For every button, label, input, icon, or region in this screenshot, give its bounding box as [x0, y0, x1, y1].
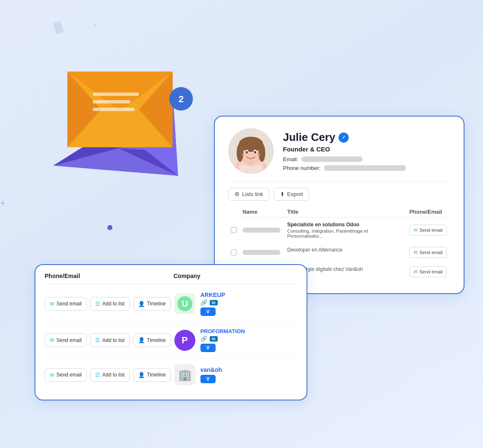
avatar [228, 128, 274, 174]
timeline-btn-row1[interactable]: 👤 Timeline [133, 297, 171, 311]
proformation-info: PROFORMATION 🔗 in V [200, 328, 245, 352]
send-email-btn-row1[interactable]: ✉ Send email [45, 297, 87, 311]
vanoh-name: van&oh [200, 366, 222, 373]
send-email-label-r2: Send email [56, 337, 82, 343]
arkeup-visit-btn[interactable]: V [200, 308, 216, 316]
proformation-visit-btn[interactable]: V [200, 344, 216, 352]
send-email-btn-row3[interactable]: ✉ Send email [45, 368, 87, 382]
send-email-icon-1: ✉ [414, 227, 418, 233]
send-email-btn-3[interactable]: ✉ Send email [409, 266, 447, 277]
send-email-label-1: Send email [419, 228, 443, 233]
send-email-btn-row2[interactable]: ✉ Send email [45, 333, 87, 347]
bottom-row-1: ✉ Send email ☰ Add to list 👤 Timeline U [45, 286, 297, 322]
send-email-icon-r2: ✉ [50, 337, 54, 343]
row2-title-text: Developer en Alternance [287, 247, 403, 253]
timeline-btn-row3[interactable]: 👤 Timeline [133, 368, 171, 382]
send-email-label-3: Send email [419, 269, 443, 274]
svg-point-26 [254, 151, 256, 154]
vanoh-info: van&oh V [200, 366, 222, 383]
timeline-label-r2: Timeline [147, 337, 166, 343]
lists-link-button[interactable]: ⚙ Lists link [228, 188, 270, 201]
col-checkbox [228, 207, 239, 217]
export-icon: ⬆ [280, 191, 285, 197]
send-email-label-r3: Send email [56, 372, 82, 378]
arkeup-links: 🔗 in [200, 300, 225, 306]
profile-title: Founder & CEO [283, 146, 406, 153]
svg-text:2: 2 [179, 94, 184, 104]
svg-rect-9 [93, 93, 139, 96]
phone-blur [324, 165, 406, 171]
company-section-1: U ARKEUP 🔗 in V [171, 292, 297, 316]
proformation-logo: P [174, 330, 195, 351]
add-to-list-icon-r3: ☰ [95, 372, 100, 378]
timeline-icon-r1: 👤 [138, 301, 145, 307]
actions-group-1: ✉ Send email ☰ Add to list 👤 Timeline [45, 297, 171, 311]
svg-point-22 [259, 143, 265, 162]
send-email-label-r1: Send email [56, 301, 82, 307]
svg-rect-17 [239, 165, 263, 174]
col-company-header: Company [168, 273, 297, 284]
profile-email-field: Email: [283, 156, 406, 162]
profile-phone-field: Phone number: [283, 165, 406, 171]
arkeup-info: ARKEUP 🔗 in V [200, 292, 225, 316]
verified-badge: ✓ [339, 133, 349, 143]
row1-title-bold: Spécialiste en solutions Odoo [287, 222, 403, 228]
send-email-btn-2[interactable]: ✉ Send email [409, 247, 447, 258]
checkbox-1[interactable] [231, 227, 237, 233]
send-email-icon-r3: ✉ [50, 372, 54, 378]
profile-actions: ⚙ Lists link ⬆ Export [228, 188, 450, 201]
company-section-2: P PROFORMATION 🔗 in V [171, 328, 297, 352]
add-to-list-btn-row1[interactable]: ☰ Add to list [90, 297, 130, 311]
svg-point-25 [246, 151, 248, 154]
col-phone-header: Phone/Email [45, 273, 168, 284]
add-to-list-icon-r2: ☰ [95, 337, 100, 343]
checkbox-2[interactable] [231, 249, 237, 255]
arkeup-name: ARKEUP [200, 292, 225, 298]
linkedin-badge-1: in [210, 300, 218, 305]
send-email-icon-3: ✉ [414, 269, 418, 275]
decor-plus-1: + [0, 198, 5, 209]
envelope-illustration: 2 [25, 17, 206, 227]
svg-rect-10 [93, 100, 131, 103]
svg-rect-11 [93, 108, 135, 111]
col-name: Name [239, 207, 284, 217]
add-to-list-label-r3: Add to list [102, 372, 125, 378]
send-email-icon-r1: ✉ [50, 301, 54, 307]
vanoh-visit-btn[interactable]: V [200, 375, 216, 383]
col-title: Title [284, 207, 406, 217]
company-section-3: 🏢 van&oh V [171, 364, 297, 385]
actions-group-2: ✉ Send email ☰ Add to list 👤 Timeline [45, 333, 171, 347]
bottom-panel: Phone/Email Company ✉ Send email ☰ Add t… [35, 264, 307, 400]
phone-label: Phone number: [283, 165, 320, 171]
timeline-label-r3: Timeline [147, 372, 166, 378]
row1-title-desc: Consulting, Intégration, Paramétrage et … [287, 228, 403, 239]
timeline-btn-row2[interactable]: 👤 Timeline [133, 333, 171, 347]
bottom-panel-headers: Phone/Email Company [45, 273, 297, 284]
timeline-label-r1: Timeline [147, 301, 166, 307]
profile-name: Julie Cery [283, 131, 335, 144]
send-email-icon-2: ✉ [414, 249, 418, 255]
add-to-list-btn-row3[interactable]: ☰ Add to list [90, 368, 130, 382]
bottom-row-3: ✉ Send email ☰ Add to list 👤 Timeline 🏢 … [45, 358, 297, 391]
arkeup-logo: U [174, 293, 195, 314]
proformation-links: 🔗 in [200, 336, 245, 342]
svg-point-28 [256, 154, 261, 156]
vanoh-logo: 🏢 [174, 364, 195, 385]
add-to-list-btn-row2[interactable]: ☰ Add to list [90, 333, 130, 347]
timeline-icon-r3: 👤 [138, 372, 145, 378]
col-phone-email: Phone/Email [406, 207, 450, 217]
bottom-divider [45, 284, 297, 284]
svg-point-21 [237, 143, 243, 162]
add-to-list-label-r2: Add to list [102, 337, 125, 343]
table-row: Developer en Alternance ✉ Send email [228, 243, 450, 262]
profile-header: Julie Cery ✓ Founder & CEO Email: Phone … [228, 128, 450, 174]
add-to-list-icon-r1: ☰ [95, 301, 100, 307]
proformation-name: PROFORMATION [200, 328, 245, 334]
svg-text:U: U [181, 299, 187, 308]
actions-group-3: ✉ Send email ☰ Add to list 👤 Timeline [45, 368, 171, 382]
send-email-btn-1[interactable]: ✉ Send email [409, 225, 447, 236]
table-row: Spécialiste en solutions Odoo Consulting… [228, 217, 450, 243]
export-button[interactable]: ⬆ Export [274, 188, 310, 201]
row1-name-blur [243, 228, 280, 233]
timeline-icon-r2: 👤 [138, 337, 145, 343]
